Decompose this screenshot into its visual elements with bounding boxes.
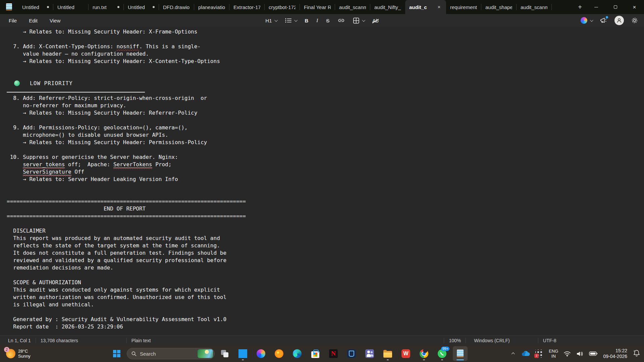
heading-dropdown[interactable]: H1 — [265, 18, 277, 23]
tab-label: run.txt — [93, 4, 115, 10]
settings-gear-icon[interactable] — [631, 17, 638, 24]
tab-label: requirements — [450, 4, 477, 10]
tab-final-year-res[interactable]: Final Year Res — [300, 0, 335, 14]
tab-untitled[interactable]: Untitled — [124, 0, 159, 14]
clear-formatting-button[interactable]: Ab — [372, 18, 378, 23]
tab-cryptbot-1726[interactable]: cryptbot-1726 — [265, 0, 300, 14]
priority-label: LOW PRIORITY — [30, 80, 73, 86]
start-button[interactable] — [109, 346, 124, 361]
text-line — [7, 65, 644, 72]
menu-file[interactable]: File — [4, 16, 21, 25]
language-indicator[interactable]: ENG IN — [549, 349, 558, 359]
text-line: Report date : 2026-03-25 23:29:06 — [7, 323, 644, 330]
taskbar-whatsapp-button[interactable]: 99+ — [435, 346, 449, 361]
tab-dfd-drawio[interactable]: DFD.drawio — [159, 0, 194, 14]
taskbar-blue-emblem-app-button[interactable] — [344, 346, 359, 361]
copilot-dropdown[interactable] — [581, 17, 592, 24]
tab-extractor-172[interactable]: Extractor-172 — [229, 0, 264, 14]
weather-widget[interactable]: 2 28°C Sunny — [3, 345, 33, 362]
close-button[interactable]: × — [625, 0, 644, 14]
line-ending[interactable]: Windows (CRLF) — [466, 338, 518, 343]
strikethrough-button[interactable]: S — [326, 18, 329, 23]
text-line — [7, 36, 644, 43]
text-line — [7, 183, 644, 190]
onedrive-icon[interactable] — [521, 351, 530, 357]
running-indicator — [441, 359, 443, 360]
italic-button[interactable]: I — [316, 18, 318, 23]
close-icon: × — [633, 4, 636, 10]
text-segment: value header — no configuration needed. — [7, 51, 149, 57]
account-button[interactable] — [614, 16, 624, 25]
wifi-icon[interactable] — [564, 351, 571, 357]
tab-audit-nifty-n[interactable]: audit_Nifty_n — [370, 0, 405, 14]
taskbar-vscode-button[interactable] — [235, 346, 250, 361]
tray-date: 09-04-2026 — [603, 354, 627, 359]
taskbar-netflix-button[interactable]: N — [326, 346, 341, 361]
chevron-up-icon — [512, 352, 515, 356]
taskbar-teams-button[interactable] — [362, 346, 377, 361]
tab-audit-shapeo[interactable]: audit_shapeo — [481, 0, 516, 14]
bell-dnd-icon: z — [633, 349, 641, 357]
tab-untitled[interactable]: Untitled — [53, 0, 88, 14]
list-dropdown[interactable] — [285, 17, 297, 23]
text-segment — [7, 161, 23, 168]
text-segment: Generated by : Security Audit & Vulnerab… — [7, 316, 226, 322]
tab-audit-c[interactable]: audit_c× — [405, 0, 446, 14]
taskbar-task-view-button[interactable] — [217, 346, 232, 361]
taskbar-copilot-button[interactable] — [254, 346, 268, 361]
tab-close-button[interactable]: × — [436, 4, 442, 10]
text-segment: Off — [71, 169, 85, 175]
maximize-button[interactable] — [606, 0, 625, 14]
tray-expand-button[interactable] — [511, 353, 516, 355]
text-segment: It does not constitute a full penetratio… — [7, 250, 226, 256]
table-dropdown[interactable] — [353, 17, 364, 24]
taskbar-file-explorer-button[interactable] — [380, 346, 395, 361]
svg-text:z: z — [634, 350, 635, 352]
tab-run-txt[interactable]: run.txt — [89, 0, 123, 14]
title-bar: UntitledUntitledrun.txtUntitledDFD.drawi… — [0, 0, 644, 14]
tab-audit-scanme[interactable]: audit_scanme — [335, 0, 370, 14]
text-segment: → Relates to: Missing Security Header: R… — [7, 110, 197, 116]
text-segment: → Relates to: Missing Security Header: X… — [7, 28, 197, 35]
taskbar-notepad-button[interactable] — [453, 346, 468, 361]
zoom-level[interactable]: 100% — [444, 338, 466, 343]
text-line: DISCLAIMER — [7, 227, 644, 235]
tab-label: audit_scanme — [521, 4, 547, 10]
tab-planeaviation[interactable]: planeaviation — [194, 0, 229, 14]
text-line: written authorization was confirmed. Una… — [7, 294, 644, 301]
text-segment: reviewed and validated by a qualified se… — [7, 257, 226, 263]
menu-edit[interactable]: Edit — [24, 16, 42, 25]
tab-audit-scanme[interactable]: audit_scanme — [517, 0, 551, 14]
text-line: reviewed and validated by a qualified se… — [7, 257, 644, 264]
taskbar-edge-button[interactable] — [290, 346, 305, 361]
link-icon[interactable] — [337, 17, 345, 23]
text-line — [7, 308, 644, 316]
tab-untitled[interactable]: Untitled — [18, 0, 53, 14]
clock[interactable]: 15:22 09-04-2026 — [603, 348, 627, 359]
text-line: END OF REPORT — [7, 205, 644, 213]
taskbar-firefox-button[interactable] — [272, 346, 286, 361]
tab-label: DFD.drawio — [163, 4, 190, 10]
notification-center-button[interactable]: z — [633, 349, 641, 358]
taskbar-chrome-button[interactable] — [417, 346, 431, 361]
tray-app-icon[interactable]: 2 — [535, 350, 543, 358]
menu-view[interactable]: View — [45, 16, 65, 25]
text-editor[interactable]: → Relates to: Missing Security Header: X… — [0, 27, 644, 335]
minimize-button[interactable] — [587, 0, 606, 14]
text-segment: 9. Add: Permissions-Policy: geolocation=… — [7, 124, 187, 131]
encoding[interactable]: UTF-8 — [538, 338, 561, 343]
taskbar-microsoft-store-button[interactable] — [308, 346, 323, 361]
taskbar-wps-office-button[interactable]: W — [398, 346, 413, 361]
task-view-icon — [220, 349, 229, 358]
battery-icon[interactable] — [589, 351, 598, 356]
new-tab-button[interactable]: + — [573, 0, 587, 14]
text-segment: 7. Add: X-Content-Type-Options: — [7, 43, 117, 50]
language-line1: ENG — [549, 349, 558, 354]
search-box[interactable]: Search — [127, 348, 215, 359]
announcements-button[interactable] — [600, 17, 607, 24]
bold-button[interactable]: B — [305, 18, 308, 23]
tab-requirements[interactable]: requirements — [446, 0, 481, 14]
volume-icon[interactable] — [576, 351, 584, 357]
text-line: → Relates to: Missing Security Header: P… — [7, 139, 644, 146]
running-indicator — [242, 359, 244, 360]
